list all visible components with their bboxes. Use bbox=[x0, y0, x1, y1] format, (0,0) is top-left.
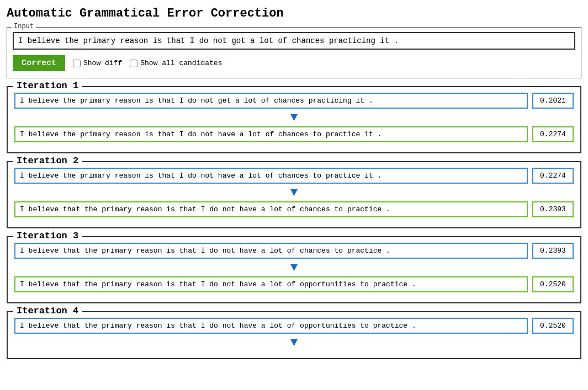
score-box-3-1: 0.2393 bbox=[532, 243, 574, 259]
iteration-title-3: Iteration 3 bbox=[13, 231, 82, 241]
iterations-container: Iteration 1I believe the primary reason … bbox=[7, 86, 581, 359]
sentence-row-2-2: I believe that the primary reason is tha… bbox=[14, 201, 574, 217]
sentence-box-2-2: I believe that the primary reason is tha… bbox=[14, 201, 528, 217]
score-box-1-1: 0.2021 bbox=[532, 93, 574, 109]
sentence-box-1-1: I believe the primary reason is that I d… bbox=[14, 93, 528, 109]
sentence-row-1-2: I believe the primary reason is that I d… bbox=[14, 126, 574, 142]
arrow-icon-3-1: ▼ bbox=[14, 262, 574, 274]
input-text-field[interactable] bbox=[13, 32, 575, 50]
score-box-1-2: 0.2274 bbox=[532, 126, 574, 142]
arrow-icon-1-1: ▼ bbox=[14, 112, 574, 124]
sentence-row-4-1: I believe that the primary reason is tha… bbox=[14, 318, 574, 334]
show-diff-checkbox-label[interactable]: Show diff bbox=[73, 59, 122, 67]
sentence-row-2-1: I believe the primary reason is that I d… bbox=[14, 168, 574, 184]
score-box-3-2: 0.2520 bbox=[532, 276, 574, 292]
iteration-section-2: Iteration 2I believe the primary reason … bbox=[7, 161, 581, 228]
score-box-2-2: 0.2393 bbox=[532, 201, 574, 217]
show-diff-checkbox[interactable] bbox=[73, 60, 81, 67]
show-diff-label: Show diff bbox=[83, 59, 122, 67]
show-all-candidates-checkbox[interactable] bbox=[130, 60, 137, 67]
sentence-box-3-2: I believe that the primary reason is tha… bbox=[14, 276, 528, 292]
sentence-box-3-1: I believe that the primary reason is tha… bbox=[14, 243, 528, 259]
show-all-candidates-label: Show all candidates bbox=[140, 59, 222, 67]
arrow-icon-2-1: ▼ bbox=[14, 187, 574, 199]
score-box-4-1: 0.2520 bbox=[532, 318, 574, 334]
sentence-row-3-2: I believe that the primary reason is tha… bbox=[14, 276, 574, 292]
sentence-box-1-2: I believe the primary reason is that I d… bbox=[14, 126, 528, 142]
iteration-title-1: Iteration 1 bbox=[13, 81, 82, 91]
iteration-title-4: Iteration 4 bbox=[13, 306, 82, 316]
sentence-box-4-1: I believe that the primary reason is tha… bbox=[14, 318, 528, 334]
sentence-row-3-1: I believe that the primary reason is tha… bbox=[14, 243, 574, 259]
input-section: Input Correct Show diff Show all candida… bbox=[7, 27, 581, 78]
iteration-section-1: Iteration 1I believe the primary reason … bbox=[7, 86, 581, 153]
page-title: Automatic Grammatical Error Correction bbox=[7, 7, 581, 20]
iteration-section-3: Iteration 3I believe that the primary re… bbox=[7, 236, 581, 303]
arrow-icon-bottom-4: ▼ bbox=[14, 337, 574, 349]
input-label: Input bbox=[12, 23, 36, 30]
iteration-title-2: Iteration 2 bbox=[13, 156, 82, 166]
correct-button[interactable]: Correct bbox=[13, 55, 65, 71]
sentence-row-1-1: I believe the primary reason is that I d… bbox=[14, 93, 574, 109]
iteration-section-4: Iteration 4I believe that the primary re… bbox=[7, 311, 581, 359]
score-box-2-1: 0.2274 bbox=[532, 168, 574, 184]
sentence-box-2-1: I believe the primary reason is that I d… bbox=[14, 168, 528, 184]
show-all-candidates-checkbox-label[interactable]: Show all candidates bbox=[130, 59, 222, 67]
